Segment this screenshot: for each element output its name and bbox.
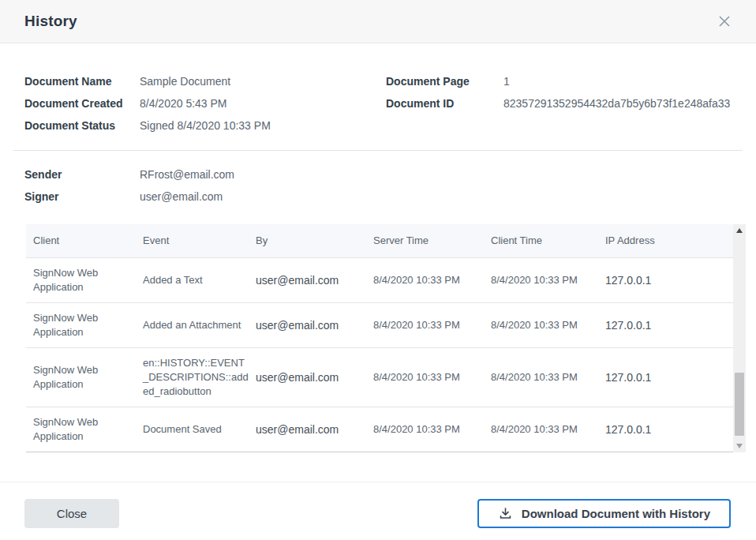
close-button[interactable]: Close (24, 499, 119, 528)
cell-by: user@email.com (256, 362, 373, 392)
info-row-document-status: Document Status Signed 8/4/2020 10:33 PM (24, 114, 386, 137)
column-header-event: Event (143, 234, 256, 248)
modal-footer: Close Download Document with History (0, 499, 756, 528)
cell-server-time: 8/4/2020 10:33 PM (373, 362, 491, 392)
table-row: SignNow Web Application Added a Text use… (26, 257, 733, 302)
table-row: SignNow Web Application Added an Attachm… (26, 302, 733, 347)
info-row-signer: Signer user@email.com (24, 186, 742, 208)
column-header-server-time: Server Time (373, 234, 491, 248)
cell-client-time: 8/4/2020 10:33 PM (491, 265, 605, 295)
info-value: user@email.com (140, 186, 223, 208)
history-modal: History Document Name Sample Document Do… (0, 0, 756, 540)
info-label: Signer (24, 186, 140, 208)
info-label: Sender (24, 163, 140, 186)
cell-event: Added an Attachment (143, 310, 256, 340)
info-label: Document Status (24, 114, 140, 137)
document-info-right-column: Document Page 1 Document ID 823572913529… (386, 70, 742, 137)
cell-ip-address: 127.0.0.1 (605, 414, 733, 444)
cell-by: user@email.com (256, 310, 373, 340)
footer-divider (0, 482, 756, 482)
cell-by: user@email.com (256, 414, 373, 444)
info-label: Document ID (386, 92, 503, 114)
scrollbar-up-icon[interactable] (736, 228, 743, 233)
download-icon (498, 506, 513, 521)
info-value: 82357291352954432da7b5y6b73f1e248afa33 (503, 92, 730, 114)
table-header-row: Client Event By Server Time Client Time … (26, 224, 733, 257)
modal-header: History (0, 0, 756, 43)
cell-client-time: 8/4/2020 10:33 PM (491, 310, 605, 340)
cell-event: Added a Text (143, 265, 256, 295)
info-row-document-id: Document ID 82357291352954432da7b5y6b73f… (386, 92, 742, 114)
section-divider (13, 150, 743, 151)
info-value: Sample Document (140, 70, 230, 92)
info-value: 1 (503, 70, 510, 92)
info-row-sender: Sender RFrost@email.com (24, 163, 742, 186)
column-header-client: Client (33, 234, 143, 248)
info-value: RFrost@email.com (140, 163, 234, 186)
cell-client-time: 8/4/2020 10:33 PM (491, 414, 605, 444)
cell-server-time: 8/4/2020 10:33 PM (373, 265, 491, 295)
cell-ip-address: 127.0.0.1 (605, 310, 733, 340)
info-value: Signed 8/4/2020 10:33 PM (140, 114, 271, 137)
history-table: Client Event By Server Time Client Time … (26, 224, 746, 452)
scrollbar-thumb[interactable] (735, 373, 744, 436)
info-row-document-created: Document Created 8/4/2020 5:43 PM (24, 92, 386, 114)
scrollbar-down-icon[interactable] (736, 444, 743, 448)
table-row: SignNow Web Application Document Saved u… (26, 407, 733, 452)
info-value: 8/4/2020 5:43 PM (140, 92, 227, 114)
cell-event: Document Saved (143, 414, 256, 444)
cell-client-time: 8/4/2020 10:33 PM (491, 362, 605, 392)
parties-section: Sender RFrost@email.com Signer user@emai… (24, 163, 742, 208)
document-info-section: Document Name Sample Document Document C… (24, 70, 742, 137)
cell-client: SignNow Web Application (33, 303, 143, 347)
cell-client: SignNow Web Application (33, 407, 143, 452)
page-title: History (24, 13, 77, 30)
cell-client: SignNow Web Application (33, 258, 143, 302)
info-row-document-name: Document Name Sample Document (24, 70, 386, 92)
info-label: Document Created (24, 92, 140, 114)
cell-server-time: 8/4/2020 10:33 PM (373, 414, 491, 444)
download-document-with-history-button[interactable]: Download Document with History (477, 499, 731, 528)
table-row: SignNow Web Application en::HISTORY::EVE… (26, 347, 733, 407)
close-icon[interactable] (715, 12, 734, 31)
cell-by: user@email.com (256, 265, 373, 295)
info-label: Document Name (24, 70, 140, 92)
table-body: SignNow Web Application Added a Text use… (26, 257, 733, 452)
info-label: Document Page (386, 70, 503, 92)
column-header-by: By (256, 234, 373, 248)
column-header-ip-address: IP Address (605, 234, 733, 248)
history-table-main: Client Event By Server Time Client Time … (26, 224, 733, 452)
cell-ip-address: 127.0.0.1 (605, 362, 733, 392)
cell-ip-address: 127.0.0.1 (605, 265, 733, 295)
document-info-left-column: Document Name Sample Document Document C… (24, 70, 386, 137)
column-header-client-time: Client Time (491, 234, 605, 248)
cell-client: SignNow Web Application (33, 355, 143, 399)
download-button-label: Download Document with History (522, 507, 710, 520)
cell-event: en::HISTORY::EVENT_DESCRIPTIONS::added_r… (143, 348, 256, 407)
info-row-document-page: Document Page 1 (386, 70, 742, 92)
table-scrollbar[interactable] (733, 224, 746, 452)
cell-server-time: 8/4/2020 10:33 PM (373, 310, 491, 340)
